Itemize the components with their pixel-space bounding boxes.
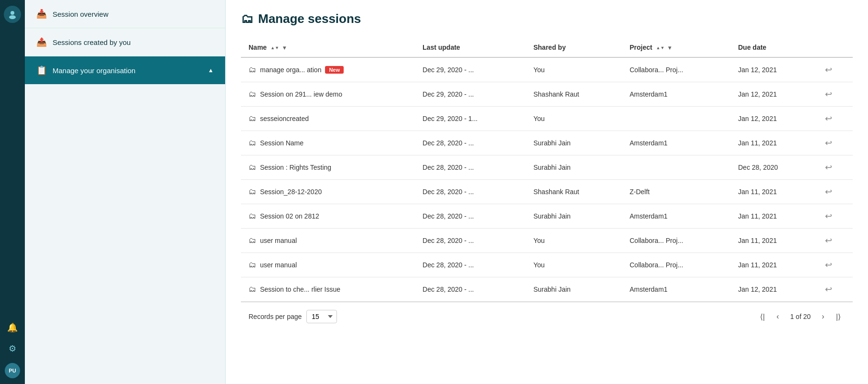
session-name-3[interactable]: Session Name: [260, 139, 304, 147]
folder-icon: 🗂: [249, 187, 256, 196]
session-name-5[interactable]: Session_28-12-2020: [260, 188, 322, 196]
table-header: Name ▲▼ ▾ Last update Shared by Project …: [241, 38, 853, 57]
cell-shared-by-2: You: [526, 107, 622, 131]
cell-project-2: [622, 107, 730, 131]
records-per-page-label: Records per page: [249, 313, 302, 320]
cell-shared-by-8: You: [526, 253, 622, 277]
cell-project-9: Amsterdam1: [622, 277, 730, 302]
session-overview-icon: 📥: [36, 9, 47, 19]
pagination: ⟨| ‹ 1 of 20 › |⟩: [756, 310, 845, 323]
cell-name-0: 🗂 manage orga... ation New: [241, 57, 415, 82]
session-name-2[interactable]: sesseioncreated: [260, 115, 309, 122]
notification-icon[interactable]: 🔔: [6, 321, 19, 334]
restore-button-1[interactable]: ↩: [825, 89, 832, 99]
cell-last-update-2: Dec 29, 2020 - 1...: [415, 107, 526, 131]
session-name-6[interactable]: Session 02 on 2812: [260, 212, 319, 220]
col-last-update: Last update: [415, 38, 526, 57]
name-filter-icon[interactable]: ▾: [283, 44, 286, 51]
restore-button-3[interactable]: ↩: [825, 138, 832, 148]
cell-shared-by-0: You: [526, 57, 622, 82]
restore-button-0[interactable]: ↩: [825, 65, 832, 75]
new-badge-0: New: [325, 66, 344, 74]
cell-name-7: 🗂 user manual: [241, 229, 415, 253]
cell-due-date-7: Jan 11, 2021: [730, 229, 817, 253]
table-row: 🗂 manage orga... ation New Dec 29, 2020 …: [241, 57, 853, 82]
sessions-created-icon: 📤: [36, 37, 47, 47]
session-name-1[interactable]: Session on 291... iew demo: [260, 90, 342, 98]
cell-name-5: 🗂 Session_28-12-2020: [241, 180, 415, 204]
table-body: 🗂 manage orga... ation New Dec 29, 2020 …: [241, 57, 853, 302]
col-project: Project ▲▼ ▾: [622, 38, 730, 57]
restore-button-8[interactable]: ↩: [825, 260, 832, 270]
sidebar-item-manage-organisation[interactable]: 📋 Manage your organisation ▲: [25, 56, 225, 84]
settings-icon[interactable]: ⚙: [6, 342, 19, 355]
cell-project-5: Z-Delft: [622, 180, 730, 204]
table-row: 🗂 sesseioncreated Dec 29, 2020 - 1... Yo…: [241, 107, 853, 131]
user-avatar[interactable]: PU: [5, 363, 20, 378]
sidebar-item-sessions-created-by-you[interactable]: 📤 Sessions created by you: [25, 28, 225, 56]
cell-last-update-3: Dec 28, 2020 - ...: [415, 131, 526, 155]
table-row: 🗂 Session Name Dec 28, 2020 - ... Surabh…: [241, 131, 853, 155]
cell-project-1: Amsterdam1: [622, 82, 730, 107]
cell-project-8: Collabora... Proj...: [622, 253, 730, 277]
next-page-button[interactable]: ›: [816, 310, 830, 323]
col-shared-by: Shared by: [526, 38, 622, 57]
project-sort-icon[interactable]: ▲▼: [656, 45, 665, 50]
cell-actions-7: ↩: [817, 229, 853, 253]
cell-last-update-0: Dec 29, 2020 - ...: [415, 57, 526, 82]
restore-button-6[interactable]: ↩: [825, 211, 832, 221]
cell-name-9: 🗂 Session to che... rlier Issue: [241, 277, 415, 302]
cell-shared-by-9: Surabhi Jain: [526, 277, 622, 302]
cell-due-date-0: Jan 12, 2021: [730, 57, 817, 82]
cell-name-8: 🗂 user manual: [241, 253, 415, 277]
cell-shared-by-3: Surabhi Jain: [526, 131, 622, 155]
project-filter-icon[interactable]: ▾: [668, 44, 671, 51]
cell-name-1: 🗂 Session on 291... iew demo: [241, 82, 415, 107]
restore-button-2[interactable]: ↩: [825, 114, 832, 123]
cell-actions-2: ↩: [817, 107, 853, 131]
folder-icon: 🗂: [249, 90, 256, 99]
svg-point-1: [9, 15, 16, 19]
session-name-0[interactable]: manage orga... ation: [260, 66, 321, 74]
session-name-8[interactable]: user manual: [260, 261, 297, 269]
cell-due-date-9: Jan 12, 2021: [730, 277, 817, 302]
first-page-button[interactable]: ⟨|: [756, 310, 769, 323]
cell-shared-by-7: You: [526, 229, 622, 253]
table-row: 🗂 Session 02 on 2812 Dec 28, 2020 - ... …: [241, 204, 853, 229]
restore-button-4[interactable]: ↩: [825, 163, 832, 172]
restore-button-5[interactable]: ↩: [825, 187, 832, 197]
cell-name-4: 🗂 Session : Rights Testing: [241, 155, 415, 180]
cell-last-update-1: Dec 29, 2020 - ...: [415, 82, 526, 107]
cell-last-update-6: Dec 28, 2020 - ...: [415, 204, 526, 229]
records-per-page: Records per page 15 25 50 100: [249, 310, 337, 323]
cell-shared-by-1: Shashank Raut: [526, 82, 622, 107]
cell-due-date-5: Jan 11, 2021: [730, 180, 817, 204]
restore-button-7[interactable]: ↩: [825, 236, 832, 245]
table-row: 🗂 user manual Dec 28, 2020 - ... You Col…: [241, 229, 853, 253]
prev-page-button[interactable]: ‹: [771, 310, 784, 323]
col-name: Name ▲▼ ▾: [241, 38, 415, 57]
cell-last-update-7: Dec 28, 2020 - ...: [415, 229, 526, 253]
session-name-4[interactable]: Session : Rights Testing: [260, 164, 331, 171]
records-per-page-select[interactable]: 15 25 50 100: [306, 310, 337, 323]
cell-project-6: Amsterdam1: [622, 204, 730, 229]
table-row: 🗂 Session to che... rlier Issue Dec 28, …: [241, 277, 853, 302]
cell-due-date-4: Dec 28, 2020: [730, 155, 817, 180]
table-row: 🗂 Session_28-12-2020 Dec 28, 2020 - ... …: [241, 180, 853, 204]
session-name-9[interactable]: Session to che... rlier Issue: [260, 285, 340, 293]
cell-name-6: 🗂 Session 02 on 2812: [241, 204, 415, 229]
restore-button-9[interactable]: ↩: [825, 285, 832, 294]
page-title-icon: 🗂: [241, 11, 253, 26]
name-sort-icon[interactable]: ▲▼: [271, 45, 279, 50]
manage-org-icon: 📋: [36, 65, 47, 76]
folder-icon: 🗂: [249, 236, 256, 245]
manage-org-label: Manage your organisation: [53, 66, 135, 75]
cell-due-date-3: Jan 11, 2021: [730, 131, 817, 155]
last-page-button[interactable]: |⟩: [832, 310, 845, 323]
cell-due-date-1: Jan 12, 2021: [730, 82, 817, 107]
table-footer: Records per page 15 25 50 100 ⟨| ‹ 1 of …: [241, 302, 853, 331]
cell-actions-5: ↩: [817, 180, 853, 204]
sidebar-item-session-overview[interactable]: 📥 Session overview: [25, 0, 225, 28]
cell-actions-1: ↩: [817, 82, 853, 107]
session-name-7[interactable]: user manual: [260, 237, 297, 244]
